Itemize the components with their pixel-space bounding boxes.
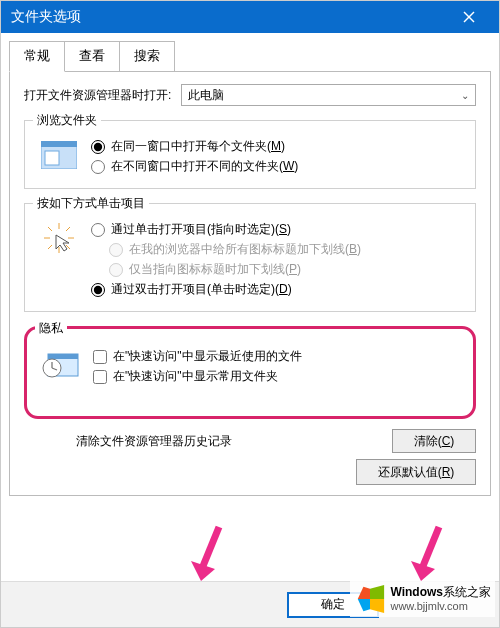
radio-single-click[interactable] xyxy=(91,223,105,237)
open-with-value: 此电脑 xyxy=(188,87,224,104)
svg-line-12 xyxy=(48,245,52,249)
windows-logo-icon xyxy=(354,583,386,615)
svg-rect-14 xyxy=(48,354,78,359)
click-items-group: 按如下方式单击项目 xyxy=(24,203,476,312)
watermark: Windows系统之家 www.bjjmlv.com xyxy=(350,581,495,617)
click-items-title: 按如下方式单击项目 xyxy=(33,195,149,212)
privacy-title: 隐私 xyxy=(35,320,67,337)
open-with-row: 打开文件资源管理器时打开: 此电脑 ⌄ xyxy=(24,84,476,106)
option-double-click-label: 通过双击打开项目(单击时选定)(D) xyxy=(111,281,292,298)
radio-new-window[interactable] xyxy=(91,160,105,174)
option-frequent-folders-label: 在"快速访问"中显示常用文件夹 xyxy=(113,368,278,385)
radio-underline-all xyxy=(109,243,123,257)
svg-rect-3 xyxy=(41,141,77,147)
option-underline-point-label: 仅当指向图标标题时加下划线(P) xyxy=(129,261,301,278)
option-recent-files-label: 在"快速访问"中显示最近使用的文件 xyxy=(113,348,302,365)
option-new-window-label: 在不同窗口中打开不同的文件夹(W) xyxy=(111,158,298,175)
watermark-brand: Windows xyxy=(390,585,443,599)
close-icon xyxy=(463,11,475,23)
option-underline-point: 仅当指向图标标题时加下划线(P) xyxy=(109,261,461,278)
clear-button[interactable]: 清除(C) xyxy=(392,429,476,453)
annotation-arrow-right xyxy=(399,525,457,589)
browse-folders-group: 浏览文件夹 在同一窗口中打开每个文件夹(M) xyxy=(24,120,476,189)
tab-general[interactable]: 常规 xyxy=(9,41,65,72)
privacy-group: 隐私 xyxy=(24,326,476,419)
open-with-label: 打开文件资源管理器时打开: xyxy=(24,87,171,104)
option-same-window-label: 在同一窗口中打开每个文件夹(M) xyxy=(111,138,285,155)
window-icon xyxy=(41,141,77,169)
open-with-select[interactable]: 此电脑 ⌄ xyxy=(181,84,476,106)
watermark-url: www.bjjmlv.com xyxy=(390,600,491,613)
option-underline-all: 在我的浏览器中给所有图标标题加下划线(B) xyxy=(109,241,461,258)
tab-row: 常规 查看 搜索 xyxy=(1,33,499,72)
annotation-arrow-ok xyxy=(179,525,237,589)
checkbox-recent-files[interactable] xyxy=(93,350,107,364)
option-single-click[interactable]: 通过单击打开项目(指向时选定)(S) xyxy=(91,221,461,238)
radio-underline-point xyxy=(109,263,123,277)
svg-line-11 xyxy=(66,227,70,231)
browse-icon xyxy=(39,135,79,175)
history-window-icon xyxy=(42,350,80,380)
option-recent-files[interactable]: 在"快速访问"中显示最近使用的文件 xyxy=(93,348,459,365)
radio-same-window[interactable] xyxy=(91,140,105,154)
privacy-icon xyxy=(41,345,81,385)
title-bar: 文件夹选项 xyxy=(1,1,499,33)
radio-double-click[interactable] xyxy=(91,283,105,297)
chevron-down-icon: ⌄ xyxy=(461,90,469,101)
svg-line-9 xyxy=(48,227,52,231)
svg-rect-4 xyxy=(45,151,59,165)
window-title: 文件夹选项 xyxy=(11,8,81,26)
option-same-window[interactable]: 在同一窗口中打开每个文件夹(M) xyxy=(91,138,461,155)
tab-content: 打开文件资源管理器时打开: 此电脑 ⌄ 浏览文件夹 xyxy=(9,71,491,496)
close-button[interactable] xyxy=(449,1,489,33)
option-single-click-label: 通过单击打开项目(指向时选定)(S) xyxy=(111,221,291,238)
clear-history-row: 清除文件资源管理器历史记录 清除(C) xyxy=(76,429,476,453)
clear-history-label: 清除文件资源管理器历史记录 xyxy=(76,433,382,450)
checkbox-frequent-folders[interactable] xyxy=(93,370,107,384)
tab-search[interactable]: 搜索 xyxy=(119,41,175,72)
watermark-site: 系统之家 xyxy=(443,585,491,599)
option-double-click[interactable]: 通过双击打开项目(单击时选定)(D) xyxy=(91,281,461,298)
option-new-window[interactable]: 在不同窗口中打开不同的文件夹(W) xyxy=(91,158,461,175)
click-icon xyxy=(39,218,79,258)
browse-folders-title: 浏览文件夹 xyxy=(33,112,101,129)
option-underline-all-label: 在我的浏览器中给所有图标标题加下划线(B) xyxy=(129,241,361,258)
option-frequent-folders[interactable]: 在"快速访问"中显示常用文件夹 xyxy=(93,368,459,385)
cursor-burst-icon xyxy=(42,221,76,255)
restore-defaults-button[interactable]: 还原默认值(R) xyxy=(356,459,476,485)
restore-row: 还原默认值(R) xyxy=(24,459,476,485)
tab-view[interactable]: 查看 xyxy=(64,41,120,72)
